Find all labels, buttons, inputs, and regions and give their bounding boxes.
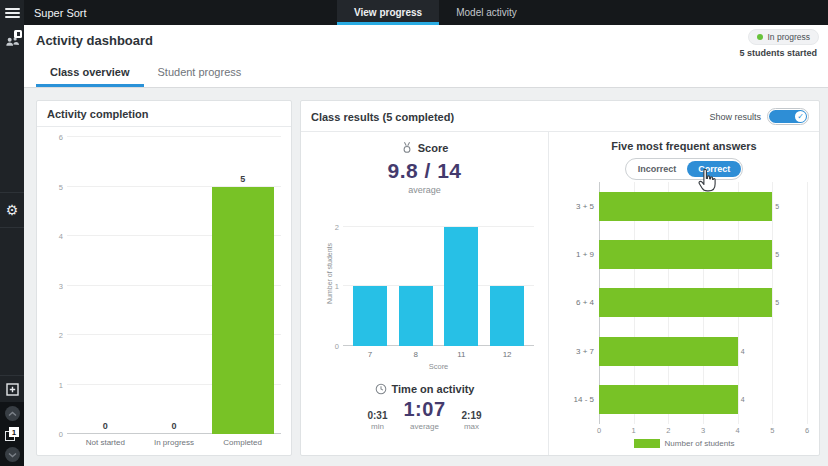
activity-completion-chart: 0123456005Not startedIn progressComplete…: [47, 137, 281, 447]
correct-button[interactable]: Correct: [687, 161, 741, 177]
show-results-label: Show results: [709, 112, 761, 122]
category-label: 6 + 4: [576, 298, 594, 307]
answer-filter-group: Incorrect Correct: [625, 158, 744, 180]
chart-plot: 0123456005: [67, 137, 281, 434]
category-label: 14 - 5: [574, 395, 594, 404]
bar-value-label: 0: [171, 421, 176, 431]
students-started-label: 5 students started: [739, 48, 819, 58]
activity-completion-title: Activity completion: [37, 101, 291, 127]
category-label: 1 + 9: [576, 250, 594, 259]
bar-value-label: 0: [103, 421, 108, 431]
score-distribution-chart: 012781112ScoreNumber of students: [323, 203, 534, 371]
bar-value-label: 5: [775, 203, 779, 210]
y-tick-label: 2: [47, 331, 63, 340]
bar: [599, 337, 738, 366]
status-dot-icon: [757, 34, 763, 40]
bar-group: 0: [143, 137, 205, 434]
students-icon[interactable]: [0, 29, 24, 53]
time-max: 2:19 max: [462, 410, 482, 431]
y-tick-label: 1: [47, 380, 63, 389]
page-number: 1: [9, 427, 19, 437]
category-label: 3 + 7: [576, 347, 594, 356]
bar: [599, 385, 738, 414]
add-icon[interactable]: [0, 375, 24, 396]
student-badge: [14, 30, 22, 38]
bar: [490, 286, 524, 346]
y-tick-label: 4: [47, 232, 63, 241]
class-results-title: Class results (5 completed): [311, 111, 454, 123]
bar-value-label: 4: [741, 348, 745, 355]
time-label: Time on activity: [392, 383, 475, 395]
topbar: Super Sort View progress Model activity: [24, 0, 828, 25]
time-max-value: 2:19: [462, 410, 482, 421]
plus-square-icon: [6, 383, 19, 396]
time-average-caption: average: [403, 422, 445, 431]
time-min-value: 0:31: [367, 410, 387, 421]
bar-group: [444, 203, 478, 346]
chart-legend: Number of students: [561, 437, 807, 451]
y-axis-title: Number of students: [326, 236, 333, 312]
score-average-value: 9.8 / 14: [313, 159, 536, 183]
x-category-label: 11: [444, 350, 478, 359]
x-tick-label: 6: [805, 426, 809, 435]
class-results-body: Score 9.8 / 14 average 012781112ScoreNum…: [301, 132, 819, 455]
class-results-card: Class results (5 completed) Show results…: [300, 100, 820, 456]
time-heading: Time on activity: [313, 383, 536, 395]
class-results-header: Class results (5 completed) Show results…: [301, 101, 819, 132]
frequent-answers-section: Five most frequent answers Incorrect Cor…: [549, 132, 819, 455]
tab-class-overview[interactable]: Class overview: [36, 58, 144, 87]
hamburger-menu-icon[interactable]: [0, 0, 24, 25]
gear-icon[interactable]: ⚙: [0, 192, 24, 228]
scroll-up-icon[interactable]: [5, 406, 20, 421]
y-tick-label: 6: [47, 133, 63, 142]
status-label: In progress: [767, 32, 810, 42]
header-status: In progress 5 students started: [739, 29, 819, 58]
bar: [599, 288, 772, 317]
x-category-label: 7: [353, 350, 387, 359]
time-min: 0:31 min: [367, 410, 387, 431]
spacer: [561, 424, 599, 437]
x-category-label: Completed: [212, 438, 274, 447]
score-heading: Score: [313, 141, 536, 154]
answer-filter: Incorrect Correct: [561, 158, 807, 180]
medal-icon: [401, 141, 413, 154]
frequent-answers-chart: 3 + 51 + 96 + 43 + 714 - 5555440123456: [561, 182, 807, 437]
main-content: Activity completion 0123456005Not starte…: [24, 88, 828, 466]
show-results-toggle[interactable]: ✓: [767, 108, 809, 125]
show-results-row: Show results ✓: [709, 108, 809, 125]
bar: [599, 240, 772, 269]
time-average: 1:07 average: [403, 398, 445, 431]
tab-view-progress[interactable]: View progress: [337, 0, 439, 25]
page-indicator[interactable]: 1: [5, 427, 19, 441]
page-header: Activity dashboard In progress 5 student…: [24, 25, 828, 88]
chart-plot: 55544: [599, 182, 807, 424]
incorrect-button[interactable]: Incorrect: [627, 161, 688, 177]
topbar-tabs: View progress Model activity: [337, 0, 534, 25]
x-tick-label: 5: [770, 426, 774, 435]
score-section: Score 9.8 / 14 average 012781112ScoreNum…: [301, 132, 549, 455]
bar: [353, 286, 387, 346]
page-title: Activity dashboard: [36, 33, 153, 48]
score-label: Score: [418, 142, 449, 154]
x-tick-label: 1: [632, 426, 636, 435]
scroll-down-icon[interactable]: [5, 447, 20, 462]
tab-student-progress[interactable]: Student progress: [144, 58, 256, 87]
bar: [399, 286, 433, 346]
bar-group: [399, 203, 433, 346]
bar-group: 4: [599, 337, 807, 366]
category-labels: 3 + 51 + 96 + 43 + 714 - 5: [561, 182, 599, 424]
x-labels: 781112: [343, 346, 534, 359]
y-tick-label: 0: [323, 342, 339, 351]
bar-group: [490, 203, 524, 346]
tab-model-activity[interactable]: Model activity: [439, 0, 534, 25]
bars: 55544: [599, 182, 807, 424]
activity-completion-card: Activity completion 0123456005Not starte…: [36, 100, 292, 456]
legend-label: Number of students: [665, 439, 735, 448]
y-tick-label: 3: [47, 281, 63, 290]
time-stats: 0:31 min 1:07 average 2:19 max: [313, 398, 536, 431]
legend-swatch: [634, 439, 660, 448]
sidebar: ⚙ 1: [0, 0, 24, 466]
x-tick-labels: 0123456: [599, 424, 807, 437]
x-axis-title: Score: [343, 359, 534, 371]
y-tick-label: 0: [47, 430, 63, 439]
